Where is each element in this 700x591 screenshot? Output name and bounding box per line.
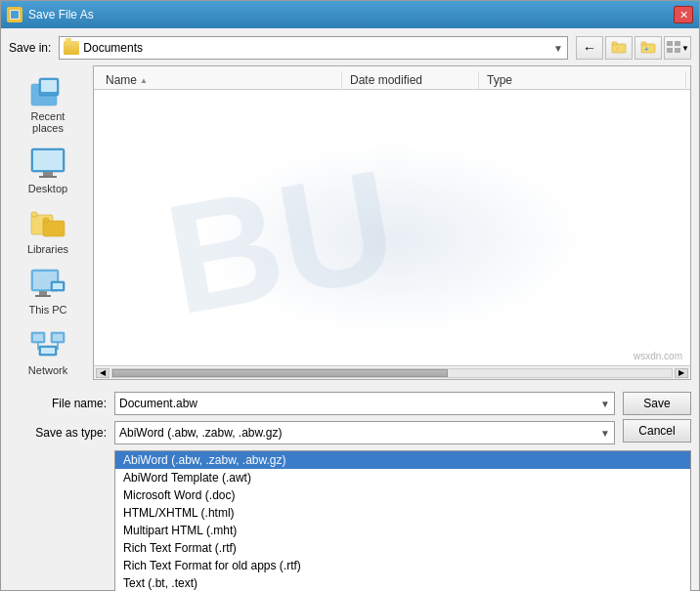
save-in-value: Documents: [83, 41, 549, 55]
folder-icon: [64, 41, 79, 55]
dropdown-item-ms-word[interactable]: Microsoft Word (.doc): [115, 486, 690, 504]
sidebar: Recent places Desktop: [9, 65, 87, 380]
svg-rect-20: [31, 212, 37, 217]
close-button[interactable]: ✕: [674, 6, 693, 23]
file-browser-header: Name ▲ Date modified Type: [94, 66, 690, 90]
folder-up-button[interactable]: ↑: [605, 36, 633, 60]
svg-rect-30: [33, 334, 43, 341]
dropdown-item-abiword-template[interactable]: AbiWord Template (.awt): [115, 469, 690, 486]
file-browser-content: BU wsxdn.com: [94, 90, 690, 365]
svg-rect-14: [41, 80, 57, 92]
dropdown-item-rtf[interactable]: Rich Text Format (.rtf): [115, 539, 690, 557]
save-in-select[interactable]: Documents ▼: [59, 36, 568, 60]
sidebar-item-label-desktop: Desktop: [28, 183, 67, 194]
dialog-title: Save File As: [28, 8, 94, 21]
save-button[interactable]: Save: [623, 392, 691, 415]
bottom-section: File name: Document.abw ▼ Save as type: …: [9, 386, 691, 591]
form-inputs: File name: Document.abw ▼ Save as type: …: [9, 392, 615, 444]
toolbar-icons: ← ↑: [576, 36, 691, 60]
wsxdn-watermark: wsxdn.com: [634, 351, 682, 361]
col-name-sort-arrow: ▲: [140, 76, 148, 85]
dropdown-item-text[interactable]: Text (.bt, .text): [115, 574, 690, 591]
svg-rect-8: [667, 41, 673, 46]
svg-rect-16: [33, 150, 63, 170]
new-folder-icon: +: [640, 40, 656, 57]
new-folder-button[interactable]: +: [634, 36, 662, 60]
savetype-row: Save as type: AbiWord (.abw, .zabw, .abw…: [9, 421, 615, 444]
network-icon: [28, 327, 67, 362]
form-buttons: Save Cancel: [623, 392, 691, 443]
dropdown-item-rtf-old[interactable]: Rich Text Format for old apps (.rtf): [115, 557, 690, 574]
svg-rect-11: [675, 48, 680, 53]
file-browser: Name ▲ Date modified Type BU: [93, 65, 691, 380]
horizontal-scrollbar[interactable]: ◀ ▶: [94, 365, 690, 379]
col-header-date[interactable]: Date modified: [342, 71, 479, 89]
view-icon: [666, 40, 681, 57]
title-bar-controls: ✕: [674, 6, 693, 23]
dropdown-item-html[interactable]: HTML/XHTML (.html): [115, 504, 690, 522]
col-header-name[interactable]: Name ▲: [98, 71, 342, 89]
dialog-body: Save in: Documents ▼ ← ↑: [1, 28, 699, 591]
scroll-left-button[interactable]: ◀: [96, 368, 109, 378]
sidebar-item-libraries[interactable]: Libraries: [14, 202, 82, 259]
sidebar-item-label-libraries: Libraries: [27, 243, 68, 255]
view-button[interactable]: ▼: [664, 36, 691, 60]
dialog-icon: [7, 7, 22, 22]
col-header-type[interactable]: Type: [479, 71, 686, 89]
svg-text:+: +: [644, 45, 649, 54]
col-date-label: Date modified: [350, 73, 422, 87]
sidebar-item-label-this-pc: This PC: [28, 304, 66, 316]
savetype-label: Save as type:: [9, 426, 107, 440]
watermark-shadow: [197, 141, 588, 336]
libraries-icon: [28, 206, 67, 241]
sidebar-item-this-pc[interactable]: This PC: [14, 263, 82, 319]
svg-text:↑: ↑: [616, 46, 619, 52]
recent-places-icon: [28, 73, 67, 108]
title-bar: Save File As ✕: [1, 1, 699, 28]
svg-rect-9: [675, 41, 680, 46]
filename-row: File name: Document.abw ▼: [9, 392, 615, 415]
col-type-label: Type: [487, 73, 512, 87]
watermark-area: BU: [94, 90, 690, 365]
main-area: Recent places Desktop: [9, 65, 691, 380]
scroll-thumb[interactable]: [112, 369, 448, 377]
svg-rect-34: [41, 348, 55, 354]
desktop-icon: [28, 146, 67, 181]
savetype-select[interactable]: AbiWord (.abw, .zabw, .abw.gz) ▼: [114, 421, 615, 444]
dropdown-list: AbiWord (.abw, .zabw, .abw.gz) AbiWord T…: [114, 450, 691, 591]
form-rows-with-buttons: File name: Document.abw ▼ Save as type: …: [9, 392, 691, 444]
save-in-label: Save in:: [9, 41, 51, 55]
cancel-button[interactable]: Cancel: [623, 419, 691, 443]
svg-rect-32: [53, 334, 63, 341]
scroll-right-button[interactable]: ▶: [675, 368, 688, 378]
back-button[interactable]: ←: [576, 36, 603, 60]
sidebar-item-network[interactable]: Network: [14, 323, 82, 380]
folder-up-icon: ↑: [611, 40, 627, 57]
dropdown-item-multipart-html[interactable]: Multipart HTML (.mht): [115, 522, 690, 539]
svg-rect-26: [35, 295, 51, 297]
scroll-track[interactable]: [111, 368, 673, 378]
save-in-row: Save in: Documents ▼ ← ↑: [9, 36, 691, 60]
this-pc-icon: [28, 267, 67, 302]
sidebar-item-recent-places[interactable]: Recent places: [14, 69, 82, 138]
svg-rect-18: [39, 176, 57, 178]
filename-input[interactable]: Document.abw ▼: [114, 392, 615, 415]
svg-rect-22: [43, 218, 49, 223]
svg-rect-3: [612, 42, 617, 45]
col-name-label: Name: [106, 73, 137, 87]
dropdown-item-abiword[interactable]: AbiWord (.abw, .zabw, .abw.gz): [115, 451, 690, 469]
back-icon: ←: [583, 40, 596, 56]
sidebar-item-label-network: Network: [28, 364, 67, 376]
svg-rect-2: [612, 44, 626, 53]
savetype-value: AbiWord (.abw, .zabw, .abw.gz): [119, 426, 596, 440]
svg-rect-10: [667, 48, 673, 53]
svg-rect-21: [43, 221, 65, 236]
svg-rect-1: [11, 11, 19, 19]
view-dropdown-arrow: ▼: [681, 44, 689, 53]
filename-value: Document.abw: [119, 397, 596, 410]
sidebar-item-desktop[interactable]: Desktop: [14, 142, 82, 198]
save-file-dialog: Save File As ✕ Save in: Documents ▼ ←: [0, 0, 700, 591]
save-in-dropdown-arrow: ▼: [553, 43, 563, 54]
svg-rect-28: [53, 283, 63, 289]
savetype-dropdown-arrow: ▼: [600, 428, 610, 439]
